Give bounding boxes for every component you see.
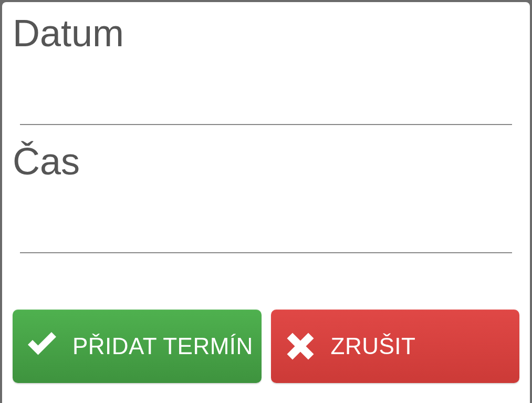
cancel-button-label: ZRUŠIT: [331, 333, 416, 359]
check-icon: [23, 327, 61, 365]
cancel-button[interactable]: ZRUŠIT: [271, 309, 520, 383]
date-input[interactable]: [20, 59, 512, 125]
close-icon: [281, 327, 319, 365]
date-label: Datum: [13, 13, 519, 54]
date-field-group: Datum: [13, 13, 519, 125]
add-term-dialog: Datum Čas PŘIDAT TERMÍN ZRUŠIT: [2, 2, 530, 403]
time-label: Čas: [13, 141, 519, 182]
dialog-button-row: PŘIDAT TERMÍN ZRUŠIT: [13, 309, 519, 392]
add-term-button-label: PŘIDAT TERMÍN: [72, 333, 253, 359]
time-input[interactable]: [20, 188, 512, 253]
add-term-button[interactable]: PŘIDAT TERMÍN: [13, 309, 262, 383]
time-field-group: Čas: [13, 141, 519, 253]
